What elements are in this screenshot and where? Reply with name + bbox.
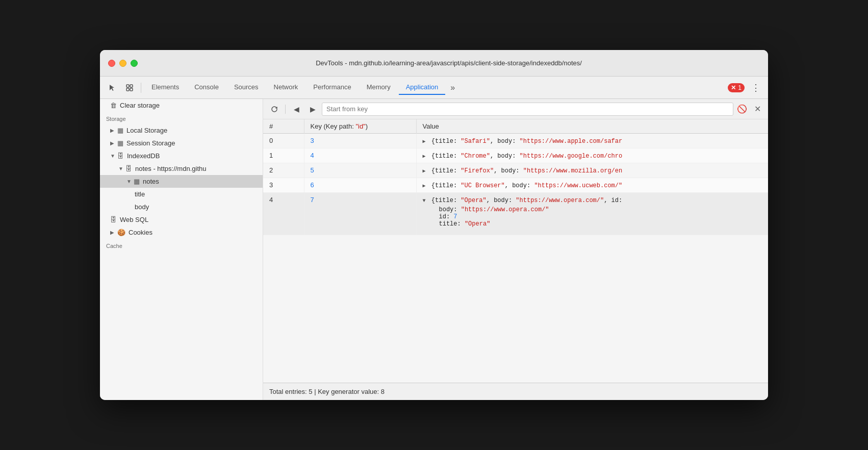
table-row[interactable]: 2 5 {title: "Firefox", body: "https://ww… [263,163,768,178]
row-value: {title: "UC Browser", body: "https://www… [416,178,768,193]
status-text: Total entries: 5 | Key generator value: … [269,388,385,395]
body-index-label: body [135,203,149,211]
idb-toolbar: ◀ ▶ 🚫 ✕ [263,99,768,119]
svg-rect-1 [130,85,133,87]
table-container: # Key (Key path: "id") Value 0 3 [263,119,768,383]
row-value: {title: "Safari", body: "https://www.app… [416,134,768,148]
start-from-key-input[interactable] [322,103,733,116]
table-body: 0 3 {title: "Safari", body: "https://www… [263,134,768,235]
trash-icon: 🗑 [110,102,117,109]
session-storage-icon: ▦ [117,139,123,147]
expand-icon[interactable] [423,183,426,189]
local-storage-label: Local Storage [126,127,167,134]
table-row[interactable]: 0 3 {title: "Safari", body: "https://www… [263,134,768,148]
sidebar-item-notes-store[interactable]: ▦ notes [100,175,263,188]
chevron-right-icon [110,230,117,235]
sidebar-item-local-storage[interactable]: ▦ Local Storage [100,124,263,137]
notes-store-icon: ▦ [134,178,140,185]
next-button[interactable]: ▶ [305,103,320,116]
col-key-header: Key (Key path: "id") [304,119,416,134]
error-count: 1 [738,84,742,91]
idb-separator [285,105,286,114]
sidebar-item-websql[interactable]: 🗄 Web SQL [100,213,263,226]
sidebar-item-session-storage[interactable]: ▦ Session Storage [100,137,263,149]
content-area: ◀ ▶ 🚫 ✕ # Key (Key path: "id") Value [263,99,768,400]
row-key: 5 [304,163,416,178]
notes-store-label: notes [143,178,159,185]
session-storage-label: Session Storage [126,139,175,147]
cursor-tool-button[interactable] [104,81,120,95]
expand-icon[interactable] [423,138,426,144]
indexeddb-icon: 🗄 [117,152,124,160]
chevron-down-icon [118,166,125,171]
col-value-header: Value [416,119,768,134]
more-tabs-button[interactable]: » [446,80,459,95]
sidebar-item-notes-db[interactable]: 🗄 notes - https://mdn.githu [100,162,263,175]
title-index-label: title [135,190,145,198]
prev-button[interactable]: ◀ [289,103,303,116]
clear-storage-button[interactable]: 🗑 Clear storage [100,99,263,112]
error-badge[interactable]: ✕ 1 [728,83,745,92]
expand-icon[interactable] [423,198,426,204]
svg-rect-3 [130,88,133,91]
row-value: {title: "Opera", body: "https://www.oper… [416,193,768,235]
table-row[interactable]: 4 7 {title: "Opera", body: "https://www.… [263,193,768,235]
row-index: 4 [263,193,304,235]
sidebar-item-title-index[interactable]: title [100,188,263,201]
row-value: {title: "Firefox", body: "https://www.mo… [416,163,768,178]
expanded-detail: body: "https://www.opera.com/" id: 7 tit… [423,204,762,232]
inspect-button[interactable] [121,81,138,95]
sidebar-item-cookies[interactable]: 🍪 Cookies [100,226,263,239]
expand-icon[interactable] [423,153,426,159]
devtools-window: DevTools - mdn.github.io/learning-area/j… [100,50,768,400]
websql-label: Web SQL [120,216,148,223]
tab-sources[interactable]: Sources [227,80,266,95]
minimize-button[interactable] [119,60,126,67]
status-bar: Total entries: 5 | Key generator value: … [263,383,768,400]
tab-network[interactable]: Network [267,80,305,95]
close-key-button[interactable]: ✕ [751,103,764,116]
clear-storage-label: Clear storage [120,102,160,109]
notes-db-label: notes - https://mdn.githu [135,165,206,172]
storage-section-label: Storage [100,112,263,124]
refresh-button[interactable] [267,103,282,116]
toolbar-right: ✕ 1 ⋮ [728,81,764,95]
devtools-toolbar: Elements Console Sources Network Perform… [100,77,768,99]
traffic-lights [108,60,138,67]
error-icon: ✕ [731,84,736,91]
table-row[interactable]: 3 6 {title: "UC Browser", body: "https:/… [263,178,768,193]
tab-application[interactable]: Application [399,80,446,95]
more-tools-button[interactable]: ⋮ [748,81,764,95]
cookies-label: Cookies [129,229,152,236]
toolbar-separator [141,83,141,93]
table-row[interactable]: 1 4 {title: "Chrome", body: "https://www… [263,148,768,163]
row-key: 6 [304,178,416,193]
tab-console[interactable]: Console [187,80,226,95]
row-index: 0 [263,134,304,148]
sidebar-item-indexeddb[interactable]: 🗄 IndexedDB [100,149,263,162]
row-key: 4 [304,148,416,163]
clear-key-button[interactable]: 🚫 [735,103,749,116]
chevron-down-icon [126,179,134,184]
col-hash-header: # [263,119,304,134]
row-index: 3 [263,178,304,193]
websql-icon: 🗄 [110,216,117,223]
tab-memory[interactable]: Memory [360,80,398,95]
sidebar-item-body-index[interactable]: body [100,201,263,213]
row-value: {title: "Chrome", body: "https://www.goo… [416,148,768,163]
row-key: 7 [304,193,416,235]
sidebar: 🗑 Clear storage Storage ▦ Local Storage … [100,99,263,400]
svg-rect-2 [126,88,129,91]
idb-table: # Key (Key path: "id") Value 0 3 [263,119,768,235]
maximize-button[interactable] [131,60,138,67]
cache-section-label: Cache [100,239,263,251]
notes-db-icon: 🗄 [125,165,132,172]
svg-rect-0 [126,85,129,87]
tab-elements[interactable]: Elements [144,80,186,95]
chevron-right-icon [110,128,117,133]
local-storage-icon: ▦ [117,127,123,134]
expand-icon[interactable] [423,168,426,174]
tab-performance[interactable]: Performance [306,80,358,95]
table-header-row: # Key (Key path: "id") Value [263,119,768,134]
close-button[interactable] [108,60,115,67]
